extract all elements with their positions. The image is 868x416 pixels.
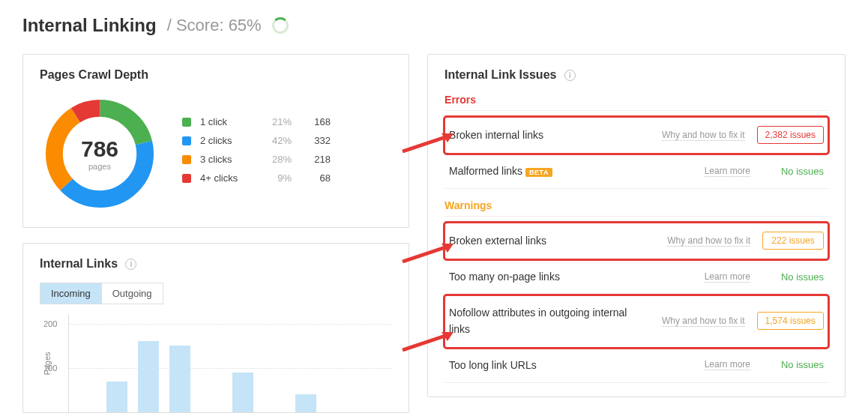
issue-name: Too long link URLs xyxy=(449,357,693,373)
legend-swatch-icon xyxy=(182,136,191,145)
beta-badge: BETA xyxy=(525,168,552,177)
crawl-depth-panel: Pages Crawl Depth 786 pages 1 click21%16… xyxy=(22,54,409,228)
legend-swatch-icon xyxy=(182,174,191,183)
issues-panel: Internal Link Issues i Errors Broken int… xyxy=(427,54,846,397)
issue-row[interactable]: Nofollow attributes in outgoing internal… xyxy=(444,295,828,348)
learn-more-link[interactable]: Learn more xyxy=(705,359,750,370)
tab-incoming[interactable]: Incoming xyxy=(40,283,101,304)
warnings-section-title: Warnings xyxy=(444,199,828,217)
bar[interactable] xyxy=(106,382,127,412)
tab-outgoing[interactable]: Outgoing xyxy=(101,283,163,304)
legend-label: 4+ clicks xyxy=(200,172,253,184)
legend-pct: 9% xyxy=(262,172,292,184)
legend-row[interactable]: 3 clicks28%218 xyxy=(182,154,331,165)
issue-row[interactable]: Too long link URLsLearn moreNo issues xyxy=(444,348,828,383)
learn-more-link[interactable]: Learn more xyxy=(705,166,750,177)
no-issues-label: No issues xyxy=(762,271,824,283)
crawl-depth-legend: 1 click21%1682 clicks42%3323 clicks28%21… xyxy=(182,116,331,191)
issues-title: Internal Link Issues i xyxy=(444,68,828,82)
legend-row[interactable]: 4+ clicks9%68 xyxy=(182,172,331,184)
info-icon[interactable]: i xyxy=(125,259,136,270)
crawl-depth-title: Pages Crawl Depth xyxy=(40,68,392,82)
bar[interactable] xyxy=(295,394,316,412)
page-title: Internal Linking xyxy=(22,15,157,36)
legend-swatch-icon xyxy=(182,118,191,127)
legend-value: 168 xyxy=(301,116,331,127)
fix-link[interactable]: Why and how to fix it xyxy=(662,130,745,141)
link-direction-tabs: Incoming Outgoing xyxy=(40,283,163,304)
issue-name: Broken internal links xyxy=(449,127,650,143)
legend-value: 218 xyxy=(301,154,331,165)
fix-link[interactable]: Why and how to fix it xyxy=(667,235,750,247)
issue-row[interactable]: Broken internal linksWhy and how to fix … xyxy=(444,117,828,154)
legend-pct: 42% xyxy=(262,135,292,146)
bar[interactable] xyxy=(232,373,253,412)
issue-row[interactable]: Too many on-page linksLearn moreNo issue… xyxy=(444,259,828,295)
page-header: Internal Linking / Score: 65% xyxy=(22,15,846,36)
crawl-depth-donut: 786 pages xyxy=(40,94,160,214)
no-issues-label: No issues xyxy=(762,166,824,177)
legend-value: 332 xyxy=(301,135,331,146)
loading-spinner-icon xyxy=(272,17,289,34)
learn-more-link[interactable]: Learn more xyxy=(705,271,750,283)
bar[interactable] xyxy=(169,346,190,412)
legend-row[interactable]: 1 click21%168 xyxy=(182,116,331,127)
legend-label: 1 click xyxy=(200,116,253,127)
legend-pct: 21% xyxy=(262,116,292,127)
fix-link[interactable]: Why and how to fix it xyxy=(662,316,745,327)
legend-row[interactable]: 2 clicks42%332 xyxy=(182,135,331,146)
internal-links-panel: Internal Links i Incoming Outgoing Pages… xyxy=(22,243,409,413)
issue-name: Too many on-page links xyxy=(449,268,693,285)
errors-section-title: Errors xyxy=(444,94,828,111)
internal-links-title: Internal Links i xyxy=(40,257,392,271)
internal-links-bar-chart: Pages 100 200 xyxy=(68,315,392,412)
bar[interactable] xyxy=(138,341,159,412)
legend-label: 2 clicks xyxy=(200,135,253,146)
donut-total: 786 xyxy=(81,136,118,162)
issue-name: Malformed linksBETA xyxy=(449,163,693,179)
issue-count-badge[interactable]: 1,574 issues xyxy=(757,312,824,330)
issue-count-badge[interactable]: 222 issues xyxy=(762,232,824,250)
issue-name: Broken external links xyxy=(449,232,655,249)
issue-row[interactable]: Malformed linksBETALearn moreNo issues xyxy=(444,154,828,189)
issue-row[interactable]: Broken external linksWhy and how to fix … xyxy=(444,223,828,259)
legend-pct: 28% xyxy=(262,154,292,165)
issue-count-badge[interactable]: 2,382 issues xyxy=(757,126,824,144)
issue-name: Nofollow attributes in outgoing internal… xyxy=(449,304,650,338)
legend-value: 68 xyxy=(301,172,331,184)
legend-swatch-icon xyxy=(182,155,191,164)
legend-label: 3 clicks xyxy=(200,154,253,165)
score-label: / Score: 65% xyxy=(167,16,262,35)
donut-sub: pages xyxy=(81,162,118,171)
info-icon[interactable]: i xyxy=(564,70,576,81)
no-issues-label: No issues xyxy=(762,359,824,370)
